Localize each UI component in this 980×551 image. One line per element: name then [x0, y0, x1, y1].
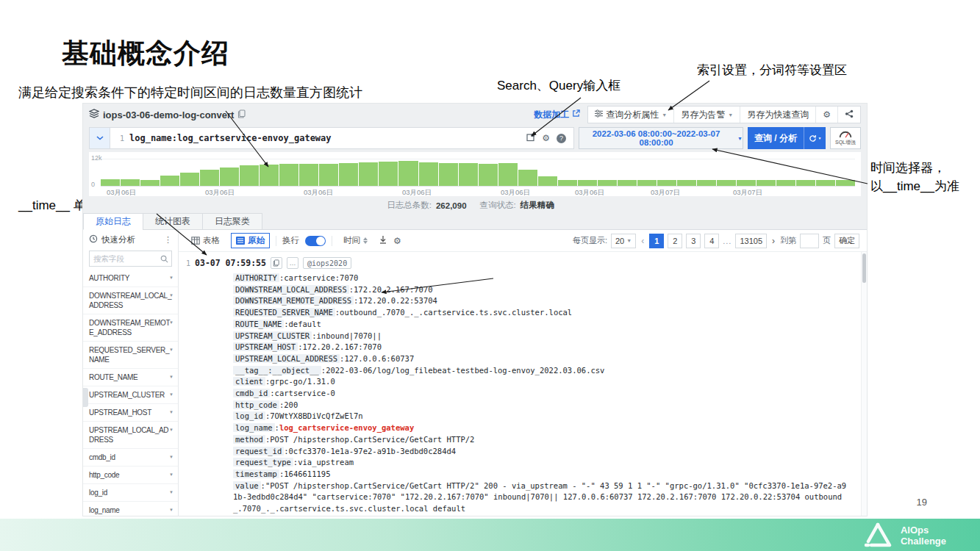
tab-charts[interactable]: 统计图表: [143, 213, 203, 230]
query-status-label: 查询状态:: [480, 200, 516, 211]
log-key[interactable]: DOWNSTREAM_REMOTE_ADDRESS: [233, 296, 354, 305]
histogram-bar: [260, 165, 279, 186]
auto-refresh-button[interactable]: ▼: [804, 127, 826, 149]
sidebar-field-log_name[interactable]: log_name▼: [83, 502, 178, 516]
search-icon[interactable]: [157, 255, 171, 263]
log-key[interactable]: log_name: [233, 423, 275, 432]
field-search-input[interactable]: [90, 254, 157, 263]
log-value: 0cfc3370-1e1a-97e2-a91b-3edbd0c284d4: [289, 447, 457, 455]
log-entry: value:"POST /hipstershop.CartService/Get…: [233, 480, 851, 515]
histogram-bar: [618, 180, 637, 186]
sidebar-field-downstream_local_address[interactable]: DOWNSTREAM_LOCAL_ADDRESS▼: [83, 287, 178, 314]
sidebar-field-log_id[interactable]: log_id▼: [83, 484, 178, 502]
data-processing-link[interactable]: 数据加工: [534, 109, 580, 121]
page-button-4[interactable]: 4: [704, 234, 719, 248]
log-key[interactable]: cmdb_id: [233, 389, 270, 397]
time-range-picker[interactable]: 2022-03-06 08:00:00~2022-03-07 08:00:00 …: [579, 127, 743, 149]
sidebar-field-authority[interactable]: AUTHORITY▼: [83, 270, 178, 287]
log-value: 127.0.0.6:60737: [344, 354, 414, 363]
sidebar-field-route_name[interactable]: ROUTE_NAME▼: [83, 369, 178, 386]
sidebar-collapse-handle[interactable]: [83, 388, 88, 407]
sidebar-field-upstream_host[interactable]: UPSTREAM_HOST▼: [83, 404, 178, 422]
download-button[interactable]: [379, 235, 387, 246]
prev-page-button[interactable]: ‹: [640, 236, 645, 246]
annotation-index-settings: 索引设置，分词符等设置区: [697, 62, 847, 79]
goto-page-input[interactable]: [800, 234, 819, 248]
sidebar-field-upstream_cluster[interactable]: UPSTREAM_CLUSTER▼: [83, 386, 178, 404]
sidebar-field-http_code[interactable]: http_code▼: [83, 467, 178, 484]
preview-icon[interactable]: [526, 133, 535, 144]
goto-label: 到第: [780, 235, 796, 246]
chevron-down-icon: ▼: [169, 392, 174, 397]
page-button-3[interactable]: 3: [686, 234, 701, 248]
query-input[interactable]: log_name:log_cartservice-envoy_gateway: [129, 133, 332, 143]
log-value: 172.20.2.167:7070: [354, 285, 432, 294]
log-key[interactable]: client: [233, 377, 265, 386]
log-console-window: iops-03-06-demo-log-convert 数据加工: [82, 103, 868, 516]
query-settings-icon[interactable]: ⚙: [542, 134, 550, 143]
log-value: via_upstream: [298, 458, 354, 467]
chevron-down-icon: ▼: [169, 276, 174, 280]
log-value: 7OWtYX8BDiVcQfZwEl7n: [270, 411, 362, 420]
x-axis-label: 03月07日: [733, 188, 762, 198]
share-button[interactable]: [838, 107, 860, 123]
save-as-quick-query-button[interactable]: 另存为快速查询: [740, 107, 816, 123]
chevron-down-icon: ▼: [169, 508, 174, 512]
log-entry: http_code:200: [233, 400, 851, 411]
last-page-button[interactable]: 13105: [735, 234, 767, 248]
log-key[interactable]: __tag__:__object__: [233, 366, 321, 375]
log-key[interactable]: DOWNSTREAM_LOCAL_ADDRESS: [233, 285, 349, 294]
log-key[interactable]: method: [233, 435, 265, 444]
save-as-alert-button[interactable]: 另存为告警 ▼: [674, 107, 740, 123]
log-key[interactable]: timestamp: [233, 469, 279, 478]
sql-enhance-toggle[interactable]: SQL增强: [830, 127, 861, 149]
help-icon[interactable]: ?: [557, 134, 566, 143]
settings-button[interactable]: ⚙: [816, 107, 838, 123]
wrap-toggle[interactable]: [305, 236, 326, 246]
kebab-menu-icon[interactable]: ⋮: [164, 235, 172, 245]
log-key[interactable]: AUTHORITY: [233, 273, 279, 282]
source-tag-chip[interactable]: @iops2020: [303, 257, 351, 269]
tab-raw-logs[interactable]: 原始日志: [83, 213, 143, 230]
log-key[interactable]: UPSTREAM_CLUSTER: [233, 331, 312, 340]
log-settings-button[interactable]: ⚙: [393, 236, 401, 246]
sidebar-field-cmdb_id[interactable]: cmdb_id▼: [83, 449, 178, 467]
copy-icon[interactable]: [237, 109, 246, 120]
share-icon: [845, 109, 854, 120]
log-key[interactable]: value: [233, 481, 261, 490]
log-key[interactable]: request_type: [233, 458, 293, 467]
confirm-button[interactable]: 确定: [834, 234, 859, 248]
log-key[interactable]: UPSTREAM_HOST: [233, 342, 298, 351]
sidebar-field-upstream_local_address[interactable]: UPSTREAM_LOCAL_ADDRESS▼: [83, 422, 178, 449]
log-key[interactable]: log_id: [233, 411, 265, 420]
query-analysis-props-button[interactable]: 查询分析属性 ▼: [588, 107, 674, 123]
scrollbar-thumb[interactable]: [862, 253, 866, 283]
search-analyze-button[interactable]: 查询 / 分析 ▼: [748, 127, 826, 149]
next-page-button[interactable]: ›: [770, 236, 776, 246]
histogram-plot[interactable]: [101, 153, 855, 187]
page-button-2[interactable]: 2: [668, 234, 682, 248]
time-sort-button[interactable]: 时间: [338, 233, 373, 248]
logo-text: AIOps Challenge: [901, 525, 946, 547]
header-actions: 数据加工 查询分析属性 ▼ 另存为告警 ▼: [534, 106, 861, 123]
tab-log-clustering[interactable]: 日志聚类: [202, 213, 262, 230]
log-key[interactable]: ROUTE_NAME: [233, 320, 284, 328]
copy-icon[interactable]: [271, 257, 282, 269]
page-button-1[interactable]: 1: [649, 234, 664, 248]
table-view-button[interactable]: 表格: [186, 233, 225, 248]
query-expand-button[interactable]: [90, 128, 110, 148]
per-page-select[interactable]: 20 ▼: [611, 234, 636, 248]
raw-view-button[interactable]: 原始: [231, 233, 270, 248]
log-key[interactable]: UPSTREAM_LOCAL_ADDRESS: [233, 354, 340, 363]
chevron-down-icon: [96, 136, 104, 140]
sidebar-field-downstream_remote_address[interactable]: DOWNSTREAM_REMOTE_ADDRESS▼: [83, 314, 178, 342]
log-value: inbound|7070||: [316, 331, 382, 340]
log-key[interactable]: request_id: [233, 447, 284, 455]
sidebar-field-requested_server_name[interactable]: REQUESTED_SERVER_NAME▼: [83, 342, 178, 369]
more-actions-icon[interactable]: …: [287, 257, 298, 269]
gauge-icon: [838, 130, 853, 138]
histogram-bar: [836, 180, 855, 186]
log-key[interactable]: REQUESTED_SERVER_NAME: [233, 308, 335, 317]
log-scrollbar[interactable]: [861, 252, 867, 516]
log-key[interactable]: http_code: [233, 400, 279, 409]
